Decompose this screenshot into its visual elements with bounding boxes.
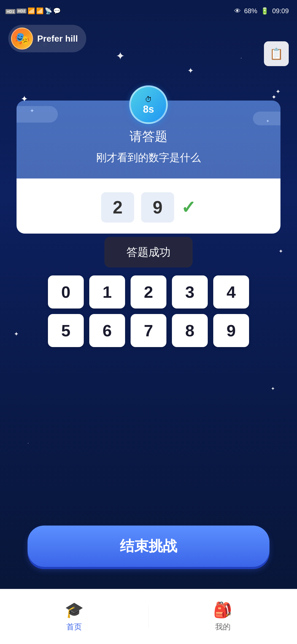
home-icon: 🎓 [65, 601, 84, 619]
end-challenge-button[interactable]: 结束挑战 [28, 526, 269, 567]
key-0[interactable]: 0 [48, 275, 84, 309]
end-button-label: 结束挑战 [120, 538, 177, 554]
notes-icon: 📋 [269, 47, 283, 60]
check-mark-icon: ✓ [181, 197, 196, 218]
key-1[interactable]: 1 [89, 275, 125, 309]
hd2-badge: HD2 [17, 9, 26, 13]
success-toast: 答题成功 [104, 237, 193, 267]
nav-home[interactable]: 🎓 首页 [0, 601, 148, 632]
key-6[interactable]: 6 [89, 314, 125, 347]
quiz-question: 刚才看到的数字是什么 [28, 151, 269, 165]
number-keypad: 0 1 2 3 4 5 6 7 8 9 [44, 275, 253, 353]
stopwatch-icon: ⏱ [145, 95, 152, 104]
battery-icon: 🔋 [261, 7, 269, 15]
bottom-nav: 🎓 首页 🎒 我的 [0, 589, 297, 644]
signal-icon: 📶 [28, 7, 35, 15]
key-4[interactable]: 4 [213, 275, 249, 309]
signal-icon-2: 📶 [36, 7, 44, 15]
timer-container: ⏱ 8s [129, 85, 168, 124]
timer-text: 8s [143, 104, 154, 114]
quiz-title: 请答题 [28, 128, 269, 145]
keypad-row-2: 5 6 7 8 9 [44, 314, 253, 347]
home-label: 首页 [66, 622, 82, 632]
key-9[interactable]: 9 [213, 314, 249, 347]
battery-text: 68% [244, 7, 257, 15]
key-2[interactable]: 2 [131, 275, 166, 309]
answer-area: 2 9 ✓ [17, 178, 280, 234]
username: Prefer hill [37, 34, 78, 44]
cloud-deco-3 [250, 178, 278, 190]
answer-digit-1: 2 [101, 192, 134, 223]
mine-icon: 🎒 [213, 601, 232, 619]
mine-label: 我的 [215, 622, 231, 632]
key-8[interactable]: 8 [172, 314, 208, 347]
key-5[interactable]: 5 [48, 314, 84, 347]
answer-digit-2: 9 [141, 192, 174, 223]
time-display: 09:09 [272, 7, 289, 15]
status-icons: HD1 HD2 📶 📶 📡 💬 [6, 7, 61, 15]
nav-mine[interactable]: 🎒 我的 [149, 601, 297, 632]
star-deco-3: ✦ [271, 94, 276, 101]
status-right: 👁 68% 🔋 09:09 [234, 7, 289, 15]
keypad-row-1: 0 1 2 3 4 [44, 275, 253, 309]
key-3[interactable]: 3 [172, 275, 208, 309]
notes-icon-button[interactable]: 📋 [264, 41, 289, 66]
hd1-badge: HD1 [6, 7, 15, 15]
wifi-icon: 📡 [45, 7, 52, 15]
status-bar: HD1 HD2 📶 📶 📡 💬 👁 68% 🔋 09:09 [0, 0, 297, 19]
eye-icon: 👁 [234, 7, 241, 15]
avatar: 🎭 [11, 28, 33, 50]
key-7[interactable]: 7 [131, 314, 166, 347]
timer-circle: ⏱ 8s [129, 85, 168, 124]
wechat-icon: 💬 [53, 7, 61, 15]
user-profile[interactable]: 🎭 Prefer hill [8, 25, 86, 52]
success-message: 答题成功 [126, 246, 171, 258]
status-left: HD1 HD2 📶 📶 📡 💬 [6, 7, 61, 15]
